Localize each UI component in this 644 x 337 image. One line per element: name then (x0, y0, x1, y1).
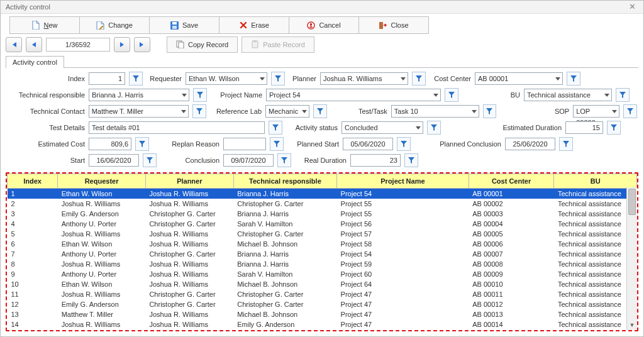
grid-scrollbar[interactable]: ▼ (626, 187, 637, 330)
record-nav: 1/36592 Copy Record Paste Record (1, 34, 643, 55)
table-cell: Christopher G. Carter (145, 299, 233, 309)
index-field[interactable]: 1 (89, 72, 125, 85)
table-row[interactable]: 6Ethan W. WilsonJoshua R. WilliamsMichae… (8, 239, 637, 249)
ref-lab-field[interactable]: Mechanic (265, 105, 309, 118)
grid-header[interactable]: Technical responsible (233, 174, 336, 189)
project-name-field[interactable]: Project 54 (266, 89, 441, 101)
tab-activity-control[interactable]: Activity control (6, 56, 64, 69)
results-grid[interactable]: IndexRequesterPlannerTechnical responsib… (7, 174, 637, 331)
activity-status-field[interactable]: Concluded (341, 121, 423, 134)
record-indicator[interactable]: 1/36592 (46, 38, 110, 52)
table-row[interactable]: 10Ethan W. WilsonJoshua R. WilliamsMicha… (8, 279, 637, 289)
filter-cost-center-button[interactable] (567, 72, 580, 86)
next-record-button[interactable] (114, 37, 130, 52)
filter-replan-reason-button[interactable] (270, 137, 284, 151)
conclusion-label: Conclusion (160, 157, 219, 164)
planned-start-field[interactable]: 05/06/2020 (343, 138, 393, 150)
table-row[interactable]: 5Joshua R. WilliamsJoshua R. WilliamsChr… (8, 229, 637, 239)
table-row[interactable]: 7Anthony U. PorterChristopher G. CarterB… (8, 249, 637, 259)
est-cost-field[interactable]: 809,6 (89, 138, 131, 150)
change-button[interactable]: Change (79, 16, 150, 34)
close-button[interactable]: Close (358, 16, 429, 34)
est-duration-field[interactable]: 15 (565, 121, 603, 134)
table-cell: Joshua R. Williams (145, 229, 233, 239)
grid-header[interactable]: BU (554, 174, 637, 189)
filter-real-duration-button[interactable] (404, 153, 418, 167)
filter-bu-button[interactable] (616, 88, 630, 102)
grid-header[interactable]: Cost Center (469, 174, 554, 189)
table-cell: Technical assistance (554, 329, 637, 331)
first-record-button[interactable] (6, 37, 22, 52)
table-cell: Brianna J. Harris (233, 209, 336, 219)
prev-record-button[interactable] (26, 37, 42, 52)
table-row[interactable]: 13Matthew T. MillerJoshua R. WilliamsMic… (8, 309, 637, 319)
table-row[interactable]: 8Joshua R. WilliamsJoshua R. WilliamsBri… (8, 259, 637, 269)
filter-ref-lab-button[interactable] (313, 104, 327, 118)
cancel-button[interactable]: Cancel (289, 16, 359, 34)
test-details-field[interactable]: Test details #01 (89, 121, 265, 134)
filter-test-task-button[interactable] (483, 104, 497, 118)
filter-tech-resp-button[interactable] (193, 88, 207, 102)
table-cell: AB 00005 (469, 229, 554, 239)
planned-conclusion-field[interactable]: 25/06/2020 (505, 138, 555, 150)
project-name-label: Project Name (211, 91, 262, 99)
scrollbar-thumb[interactable] (628, 189, 636, 215)
table-row[interactable]: 11Joshua R. WilliamsChristopher G. Carte… (8, 289, 637, 299)
filter-activity-status-button[interactable] (427, 121, 441, 135)
requester-field[interactable]: Ethan W. Wilson (186, 72, 267, 85)
planner-field[interactable]: Joshua R. Williams (320, 72, 408, 85)
table-cell: Technical assistance (554, 229, 637, 239)
table-row[interactable]: 2Joshua R. WilliamsJoshua R. WilliamsChr… (8, 199, 637, 209)
filter-test-details-button[interactable] (269, 121, 282, 135)
grid-header[interactable]: Requester (58, 174, 146, 189)
table-cell: AB 00008 (469, 259, 554, 269)
new-button[interactable]: New (9, 16, 80, 34)
grid-header[interactable]: Project Name (337, 174, 469, 189)
filter-planned-start-button[interactable] (397, 137, 411, 151)
table-row[interactable]: 9Anthony U. PorterJoshua R. WilliamsSara… (8, 269, 637, 279)
filter-sop-button[interactable] (623, 104, 637, 118)
start-field[interactable]: 16/06/2020 (89, 154, 139, 167)
filter-est-cost-button[interactable] (135, 137, 149, 151)
filter-project-name-button[interactable] (445, 88, 458, 102)
filter-est-duration-button[interactable] (607, 121, 621, 135)
table-cell: AB 00003 (469, 209, 554, 219)
table-cell: Technical assistance (554, 189, 637, 199)
table-cell: 1 (8, 189, 58, 199)
table-row[interactable]: 3Emily G. AndersonChristopher G. CarterB… (8, 209, 637, 219)
scroll-down-arrow[interactable]: ▼ (627, 320, 637, 330)
table-row[interactable]: 14Joshua R. WilliamsJoshua R. WilliamsEm… (8, 319, 637, 329)
table-cell: 12 (8, 299, 58, 309)
grid-header[interactable]: Planner (145, 174, 233, 189)
filter-index-button[interactable] (129, 72, 143, 86)
table-row[interactable]: 15Ethan W. WilsonJoshua R. WilliamsEmily… (8, 329, 637, 331)
filter-start-button[interactable] (143, 153, 157, 167)
table-row[interactable]: 4Anthony U. PorterChristopher G. CarterS… (8, 219, 637, 229)
tech-resp-field[interactable]: Brianna J. Harris (89, 89, 189, 101)
table-cell: Joshua R. Williams (145, 319, 233, 329)
table-cell: Technical assistance (554, 319, 637, 329)
erase-button[interactable]: Erase (219, 16, 289, 34)
save-button[interactable]: Save (149, 16, 219, 34)
tech-resp-label: Technical responsible (7, 91, 85, 99)
tech-contact-field[interactable]: Matthew T. Miller (89, 105, 189, 118)
filter-planner-button[interactable] (412, 72, 426, 86)
copy-record-button[interactable]: Copy Record (167, 36, 238, 53)
grid-header[interactable]: Index (8, 174, 58, 189)
replan-reason-field[interactable] (223, 138, 266, 150)
last-record-button[interactable] (134, 37, 150, 52)
bu-field[interactable]: Technical assistance (524, 89, 612, 101)
table-row[interactable]: 1Ethan W. WilsonJoshua R. WilliamsBriann… (8, 189, 637, 199)
filter-tech-contact-button[interactable] (192, 104, 206, 118)
paste-record-button[interactable]: Paste Record (242, 36, 314, 53)
filter-requester-button[interactable] (271, 72, 285, 86)
filter-conclusion-button[interactable] (277, 153, 291, 167)
cost-center-field[interactable]: AB 00001 (475, 72, 563, 85)
conclusion-field[interactable]: 09/07/2020 (223, 154, 274, 167)
filter-planned-conclusion-button[interactable] (559, 137, 573, 151)
real-duration-field[interactable]: 23 (350, 154, 401, 167)
test-task-field[interactable]: Task 10 (391, 105, 479, 118)
sop-field[interactable]: LOP 00000 (573, 105, 619, 118)
close-icon[interactable]: ✕ (626, 1, 638, 13)
table-row[interactable]: 12Emily G. AndersonChristopher G. Carter… (8, 299, 637, 309)
